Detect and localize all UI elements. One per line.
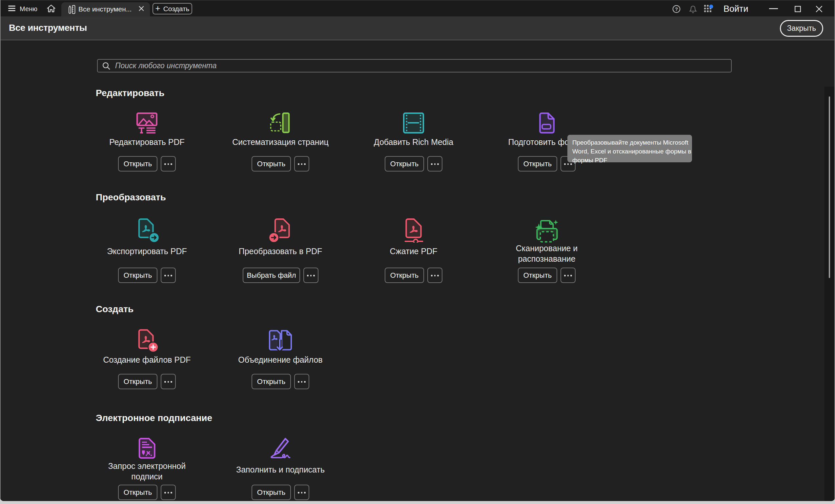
svg-text:?: ? (675, 6, 678, 12)
